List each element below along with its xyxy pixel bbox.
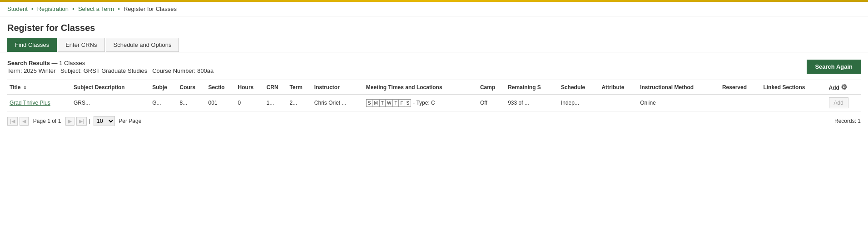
sort-icon-title: ⇕ bbox=[23, 86, 27, 90]
current-page: 1 bbox=[47, 118, 50, 124]
col-attribute: Attribute bbox=[599, 80, 638, 95]
records-info: Records: 1 bbox=[834, 118, 861, 124]
col-meeting-times: Meeting Times and Locations bbox=[364, 80, 478, 95]
breadcrumb-register: Register for Classes bbox=[124, 5, 177, 12]
day-T1: T bbox=[380, 100, 386, 106]
page-title: Register for Classes bbox=[0, 16, 868, 38]
meeting-type: - Type: C bbox=[413, 100, 435, 106]
total-pages: 1 bbox=[58, 118, 61, 124]
page-divider: | bbox=[89, 118, 90, 124]
day-M: M bbox=[372, 100, 379, 106]
day-S1: S bbox=[367, 100, 373, 106]
tab-schedule-options[interactable]: Schedule and Options bbox=[106, 38, 179, 52]
search-again-button[interactable]: Search Again bbox=[807, 60, 861, 74]
col-reserved: Reserved bbox=[720, 80, 761, 95]
breadcrumb-dot-2: ● bbox=[72, 7, 74, 11]
next-page-button[interactable]: ▶ bbox=[65, 117, 74, 126]
day-S2: S bbox=[405, 100, 411, 106]
course-num-value: 800aa bbox=[197, 67, 213, 74]
col-remaining: Remaining S bbox=[506, 80, 559, 95]
breadcrumb-select-term[interactable]: Select a Term bbox=[78, 5, 114, 12]
cell-meeting-times: S M T W T F S - Type: C bbox=[364, 95, 478, 111]
search-results-header: Search Results — 1 Classes Term: 2025 Wi… bbox=[7, 60, 861, 74]
results-table-wrapper: Title ⇕ Subject Description Subje Cours … bbox=[7, 80, 861, 111]
breadcrumb-dot-3: ● bbox=[118, 7, 120, 11]
breadcrumb-registration[interactable]: Registration bbox=[37, 5, 69, 12]
col-cours: Cours bbox=[178, 80, 206, 95]
day-T2: T bbox=[393, 100, 399, 106]
search-count: 1 Classes bbox=[59, 60, 85, 66]
table-header-row: Title ⇕ Subject Description Subje Cours … bbox=[7, 80, 861, 95]
day-W: W bbox=[386, 100, 393, 106]
search-dash: — bbox=[52, 60, 60, 66]
per-page-select[interactable]: 10 25 50 100 bbox=[94, 116, 115, 126]
term-value: 2025 Winter bbox=[24, 67, 55, 74]
table-row: Grad Thrive Plus GRS... G... 8... 001 0 … bbox=[7, 95, 861, 111]
cell-subje: G... bbox=[150, 95, 177, 111]
search-results-label: Search Results bbox=[7, 60, 50, 66]
cell-reserved bbox=[720, 95, 761, 111]
cell-subject-desc: GRS... bbox=[71, 95, 150, 111]
last-page-button[interactable]: ▶| bbox=[76, 117, 87, 126]
col-camp: Camp bbox=[478, 80, 506, 95]
col-title[interactable]: Title ⇕ bbox=[7, 80, 71, 95]
course-num-label: Course Number: bbox=[149, 67, 197, 74]
gear-icon[interactable]: ⚙ bbox=[841, 83, 847, 91]
results-table: Title ⇕ Subject Description Subje Cours … bbox=[7, 80, 861, 111]
col-hours: Hours bbox=[236, 80, 264, 95]
breadcrumb-student[interactable]: Student bbox=[7, 5, 28, 12]
cell-sectio: 001 bbox=[206, 95, 236, 111]
tab-enter-crns[interactable]: Enter CRNs bbox=[58, 38, 104, 52]
cell-linked-sections bbox=[761, 95, 826, 111]
col-term: Term bbox=[288, 80, 312, 95]
col-add: Add ⚙ bbox=[827, 80, 861, 95]
cell-term: 2... bbox=[288, 95, 312, 111]
cell-instructor: Chris Oriet ... bbox=[312, 95, 364, 111]
term-label: Term: bbox=[7, 67, 24, 74]
col-instructional-method: Instructional Method bbox=[638, 80, 720, 95]
subject-label: Subject: bbox=[57, 67, 84, 74]
col-linked-sections: Linked Sections bbox=[761, 80, 826, 95]
col-subject-desc: Subject Description bbox=[71, 80, 150, 95]
col-crn: CRN bbox=[264, 80, 288, 95]
cell-crn: 1... bbox=[264, 95, 288, 111]
cell-schedule: Indep... bbox=[559, 95, 599, 111]
cell-instructional-method: Online bbox=[638, 95, 720, 111]
cell-cours: 8... bbox=[178, 95, 206, 111]
search-summary-line: Search Results — 1 Classes bbox=[7, 60, 213, 66]
col-sectio: Sectio bbox=[206, 80, 236, 95]
col-schedule: Schedule bbox=[559, 80, 599, 95]
tabs-container: Find Classes Enter CRNs Schedule and Opt… bbox=[0, 38, 868, 52]
per-page-label: Per Page bbox=[119, 118, 141, 124]
cell-add: Add bbox=[827, 95, 861, 111]
subject-value: GRST Graduate Studies bbox=[84, 67, 148, 74]
cell-hours: 0 bbox=[236, 95, 264, 111]
col-instructor: Instructor bbox=[312, 80, 364, 95]
course-title-link[interactable]: Grad Thrive Plus bbox=[10, 100, 50, 106]
tab-find-classes[interactable]: Find Classes bbox=[7, 38, 57, 52]
breadcrumb-dot-1: ● bbox=[31, 7, 34, 11]
cell-remaining: 933 of ... bbox=[506, 95, 559, 111]
page-label: Page bbox=[33, 118, 46, 124]
pagination: |◀ ◀ Page 1 of 1 ▶ ▶| | 10 25 50 100 Per… bbox=[7, 111, 861, 131]
search-detail-line: Term: 2025 Winter Subject: GRST Graduate… bbox=[7, 67, 213, 74]
breadcrumb: Student ● Registration ● Select a Term ●… bbox=[0, 2, 868, 16]
main-content: Search Results — 1 Classes Term: 2025 Wi… bbox=[0, 60, 868, 131]
prev-page-button[interactable]: ◀ bbox=[20, 117, 29, 126]
col-subje: Subje bbox=[150, 80, 177, 95]
add-button[interactable]: Add bbox=[829, 97, 848, 108]
days-grid: S M T W T F S bbox=[366, 99, 411, 107]
search-meta: Search Results — 1 Classes Term: 2025 Wi… bbox=[7, 60, 213, 74]
cell-camp: Off bbox=[478, 95, 506, 111]
cell-title: Grad Thrive Plus bbox=[7, 95, 71, 111]
day-F: F bbox=[399, 100, 405, 106]
cell-attribute bbox=[599, 95, 638, 111]
first-page-button[interactable]: |◀ bbox=[7, 117, 18, 126]
page-info: Page 1 of 1 bbox=[33, 118, 61, 124]
